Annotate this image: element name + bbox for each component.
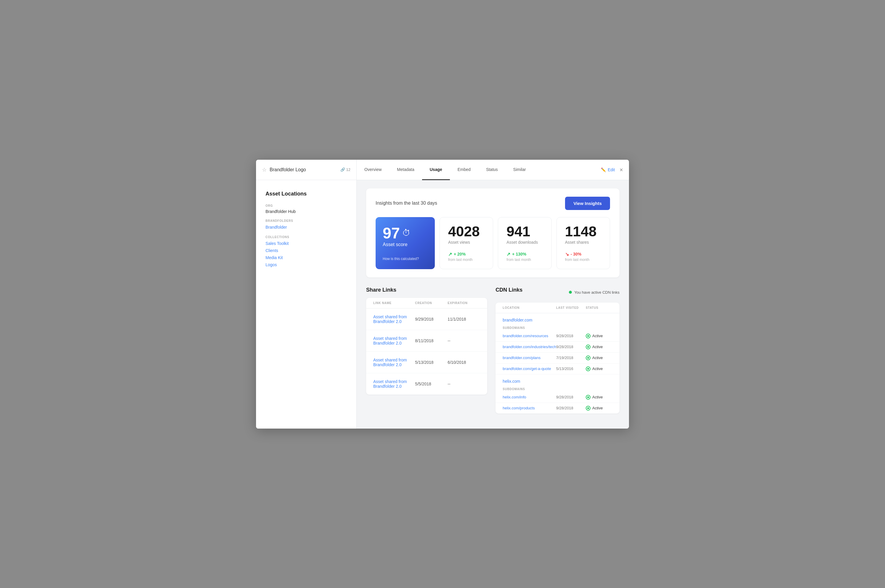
status-text-1-0: Active: [592, 395, 603, 399]
star-icon[interactable]: ☆: [262, 166, 267, 173]
change-value-2: - 30%: [571, 252, 581, 256]
cdn-date-1-0: 9/28/2018: [556, 395, 586, 399]
view-insights-button[interactable]: View Insights: [565, 197, 610, 210]
share-creation-3: 5/5/2018: [415, 381, 448, 386]
sidebar-collection-logos[interactable]: Logos: [266, 262, 347, 268]
sidebar-collection-media-kit[interactable]: Media Kit: [266, 255, 347, 261]
stat-change-1: ↗ + 130%: [506, 251, 543, 257]
cdn-domain-link-0[interactable]: brandfolder.com: [503, 318, 532, 322]
sidebar-brandfolder-link[interactable]: Brandfolder: [266, 224, 347, 230]
share-link-name-1[interactable]: Asset shared from Brandfolder 2.0: [373, 336, 415, 345]
share-link-name-2[interactable]: Asset shared from Brandfolder 2.0: [373, 358, 415, 367]
share-expiration-1: --: [448, 338, 480, 343]
sidebar-title: Asset Locations: [266, 191, 347, 197]
share-link-name-0[interactable]: Asset shared from Brandfolder 2.0: [373, 314, 415, 324]
tab-embed[interactable]: Embed: [450, 160, 478, 180]
stat-change-2: ↘ - 30%: [565, 251, 601, 257]
cdn-sub-link-0-0[interactable]: brandfolder.com/resources: [503, 334, 556, 338]
stat-card-2: 1148 Asset shares ↘ - 30% from last mont…: [556, 217, 610, 269]
edit-label: Edit: [608, 167, 615, 172]
cdn-sub-link-0-2[interactable]: brandfolder.com/plans: [503, 356, 556, 360]
tab-overview[interactable]: Overview: [357, 160, 389, 180]
cdn-sub-row-0-1: brandfolder.com/industries/tech 9/28/201…: [496, 342, 619, 352]
share-link-name-3[interactable]: Asset shared from Brandfolder 2.0: [373, 379, 415, 388]
cdn-col-location: LOCATION: [503, 306, 556, 309]
sidebar-collection-sales-toolkit[interactable]: Sales Toolkit: [266, 240, 347, 246]
tab-similar[interactable]: Similar: [506, 160, 534, 180]
link-badge: 🔗 12: [340, 167, 350, 172]
from-label-0: from last month: [448, 258, 485, 262]
cdn-sub-row-0-0: brandfolder.com/resources 9/28/2018 Acti…: [496, 331, 619, 342]
modal-container: ☆ Brandfolder Logo 🔗 12 OverviewMetadata…: [256, 160, 629, 429]
cdn-active-text: You have active CDN links: [574, 290, 619, 295]
cdn-active-badge: You have active CDN links: [569, 290, 619, 295]
stat-label-0: Asset views: [448, 240, 485, 244]
stat-card-1: 941 Asset downloads ↗ + 130% from last m…: [498, 217, 551, 269]
cdn-domain-1: helix.com: [496, 375, 619, 386]
insights-header: Insights from the last 30 days View Insi…: [376, 197, 610, 210]
share-row-2: Asset shared from Brandfolder 2.0 5/13/2…: [366, 352, 487, 373]
cdn-subdomain-label-1: SUBDOMAINS: [496, 386, 619, 392]
cdn-sub-row-1-1: helix.com/products 9/28/2018 Active: [496, 403, 619, 414]
cdn-status-cell-0-2: Active: [586, 356, 612, 360]
close-button[interactable]: ×: [619, 167, 623, 173]
collections-label: COLLECTIONS: [266, 236, 347, 239]
status-ring-0-1: [586, 345, 591, 349]
stat-number-0: 4028: [448, 225, 485, 239]
cdn-col-last-visited: LAST VISITED: [556, 306, 586, 309]
status-ring-inner-0-1: [587, 346, 589, 348]
share-creation-0: 9/29/2018: [415, 317, 448, 321]
tab-nav: OverviewMetadataUsageEmbedStatusSimilar: [357, 160, 595, 180]
cdn-domain-0: brandfolder.com: [496, 313, 619, 324]
insights-title: Insights from the last 30 days: [376, 201, 437, 206]
score-label: Asset score: [383, 242, 428, 247]
asset-title-area: ☆ Brandfolder Logo 🔗 12: [256, 160, 357, 180]
cdn-col-status: STATUS: [586, 306, 612, 309]
cdn-table: LOCATIONLAST VISITEDSTATUS brandfolder.c…: [496, 303, 619, 414]
status-text-0-2: Active: [592, 356, 603, 360]
status-text-0-0: Active: [592, 334, 603, 338]
edit-button[interactable]: ✏️ Edit: [601, 167, 615, 172]
status-ring-inner-0-3: [587, 368, 589, 370]
change-arrow-1: ↗: [506, 251, 510, 257]
score-number: 97: [383, 225, 400, 241]
cdn-sub-row-1-0: helix.com/info 9/28/2018 Active: [496, 392, 619, 403]
link-icon: 🔗: [340, 167, 345, 172]
share-row-1: Asset shared from Brandfolder 2.0 8/11/2…: [366, 330, 487, 352]
tab-usage[interactable]: Usage: [422, 160, 450, 180]
share-col-expiration: EXPIRATION: [448, 302, 480, 304]
cdn-sub-link-0-3[interactable]: brandfolder.com/get-a-quote: [503, 366, 556, 371]
org-name: Brandfolder Hub: [266, 209, 347, 214]
cdn-status-cell-0-0: Active: [586, 334, 612, 338]
change-value-1: + 130%: [512, 252, 526, 256]
cdn-domain-link-1[interactable]: helix.com: [503, 379, 520, 384]
stat-number-1: 941: [506, 225, 543, 239]
score-calc-link[interactable]: How is this calculated?: [383, 257, 428, 261]
active-dot-icon: [569, 291, 572, 294]
cdn-sub-link-1-1[interactable]: helix.com/products: [503, 406, 556, 410]
tab-metadata[interactable]: Metadata: [389, 160, 422, 180]
share-expiration-3: --: [448, 381, 480, 386]
from-label-2: from last month: [565, 258, 601, 262]
tab-status[interactable]: Status: [478, 160, 506, 180]
share-links-title: Share Links: [366, 287, 487, 293]
modal-header: ☆ Brandfolder Logo 🔗 12 OverviewMetadata…: [256, 160, 629, 180]
status-ring-inner-0-0: [587, 335, 589, 337]
cdn-sub-link-1-0[interactable]: helix.com/info: [503, 395, 556, 399]
stat-number-2: 1148: [565, 225, 601, 239]
change-arrow-0: ↗: [448, 251, 452, 257]
share-col-link-name: LINK NAME: [373, 302, 415, 304]
status-ring-0-0: [586, 334, 591, 338]
cdn-sub-link-0-1[interactable]: brandfolder.com/industries/tech: [503, 345, 556, 349]
cdn-status-cell-1-1: Active: [586, 406, 612, 411]
share-row-3: Asset shared from Brandfolder 2.0 5/5/20…: [366, 373, 487, 394]
change-value-0: + 20%: [454, 252, 466, 256]
score-card: 97 ⏱ Asset score How is this calculated?: [376, 217, 435, 269]
cdn-panel: CDN Links You have active CDN links LOCA…: [496, 287, 619, 414]
cdn-date-0-1: 9/28/2018: [556, 345, 586, 349]
sidebar-collection-clients[interactable]: Clients: [266, 248, 347, 254]
share-table-header: LINK NAMECREATIONEXPIRATION: [366, 298, 487, 309]
brandfolders-label: BRANDFOLDERS: [266, 219, 347, 222]
share-creation-1: 8/11/2018: [415, 338, 448, 343]
cdn-header: CDN Links You have active CDN links: [496, 287, 619, 298]
